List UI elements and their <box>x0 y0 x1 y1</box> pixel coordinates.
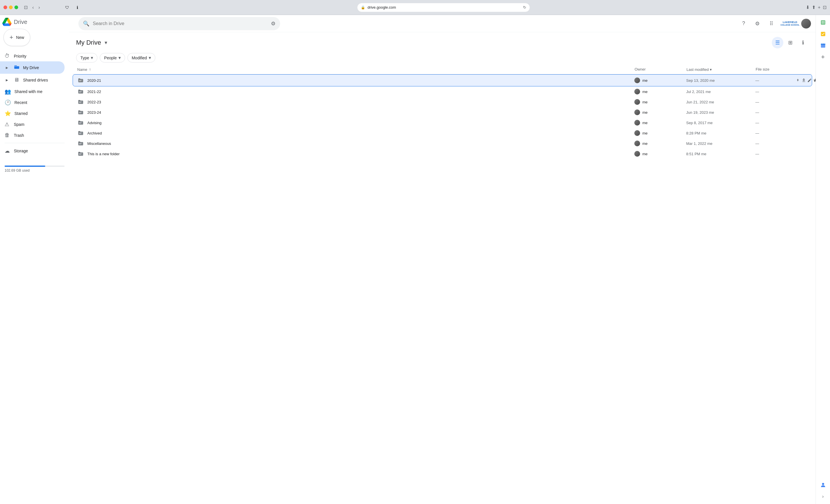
file-name-label: Archived <box>87 131 102 135</box>
sidebar-item-priority[interactable]: ⏱ Priority <box>0 51 65 61</box>
svg-rect-22 <box>79 112 81 113</box>
address-bar[interactable]: 🔒 drive.google.com ↻ <box>357 3 530 12</box>
modified-filter-chevron: ▾ <box>149 55 151 61</box>
nav-forward[interactable]: › <box>37 4 41 11</box>
sidebar-toggle[interactable]: ⊡ <box>23 3 29 11</box>
info-button[interactable]: ℹ <box>797 37 809 48</box>
name-header-label: Name <box>77 67 87 72</box>
search-icon: 🔍 <box>83 21 89 27</box>
table-row[interactable]: 2022-23 me Jun 21, 2022 me — <box>73 97 812 107</box>
folder-icon <box>77 130 84 136</box>
sidebar-item-my-drive[interactable]: ▸ My Drive <box>0 61 65 74</box>
browser-navigation: ⊡ ‹ › <box>23 3 41 11</box>
file-name-cell: Archived <box>77 130 634 136</box>
calendar-panel-icon[interactable] <box>818 40 828 51</box>
expand-panel-icon[interactable]: › <box>818 491 828 502</box>
filter-bar: Type ▾ People ▾ Modified ▾ <box>69 51 816 65</box>
settings-button[interactable]: ⚙ <box>752 18 763 29</box>
list-view-button[interactable]: ☰ <box>772 37 783 48</box>
sidebar-item-label: Shared with me <box>14 89 42 94</box>
sidebar-item-label: My Drive <box>23 65 39 70</box>
svg-point-62 <box>822 483 824 485</box>
traffic-lights <box>3 5 18 9</box>
sidebar-item-label: Trash <box>14 133 24 138</box>
owner-label: me <box>642 141 647 146</box>
search-filter-icon[interactable]: ⚙ <box>271 21 276 27</box>
table-row[interactable]: This is a new folder me 8:51 PM me — <box>73 148 812 159</box>
minimize-button[interactable] <box>9 5 13 9</box>
trash-icon: 🗑 <box>5 132 10 138</box>
apps-icon: ⠿ <box>769 21 773 27</box>
type-filter-label: Type <box>81 56 89 60</box>
svg-rect-28 <box>79 123 81 123</box>
person-panel-icon[interactable] <box>818 480 828 490</box>
table-row[interactable]: Miscellaneous me Mar 1, 2022 me — <box>73 138 812 148</box>
table-row[interactable]: 2023-24 me Jun 19, 2023 me — <box>73 107 812 117</box>
plus-icon: + <box>9 34 13 41</box>
expand-my-drive-icon: ▸ <box>5 64 9 71</box>
modified-filter-button[interactable]: Modified ▾ <box>127 53 155 63</box>
download-action-button[interactable] <box>801 76 806 85</box>
table-row[interactable]: Archived me 8:28 PM me — <box>73 128 812 138</box>
modified-column-header[interactable]: Last modified ▾ <box>687 67 756 72</box>
new-button[interactable]: + New <box>3 29 30 46</box>
owner-cell: me <box>634 89 686 95</box>
sidebar-item-recent[interactable]: 🕐 Recent <box>0 97 65 108</box>
owner-label: me <box>642 78 647 83</box>
modified-cell: 8:51 PM me <box>686 152 755 156</box>
owner-label: me <box>642 121 647 125</box>
modified-cell: 8:28 PM me <box>686 131 755 135</box>
table-row[interactable]: Advising me Sep 8, 2017 me — <box>73 117 812 128</box>
svg-rect-16 <box>79 102 81 103</box>
user-avatar[interactable] <box>801 19 811 29</box>
people-filter-button[interactable]: People ▾ <box>100 53 125 63</box>
settings-icon: ⚙ <box>755 21 760 27</box>
table-row[interactable]: 2021-22 me Jul 2, 2021 me — <box>73 87 812 97</box>
nav-back[interactable]: ‹ <box>31 4 35 11</box>
type-filter-button[interactable]: Type ▾ <box>76 53 97 63</box>
right-panel: + › <box>816 15 830 504</box>
lock-icon: 🔒 <box>361 5 365 9</box>
add-panel-icon[interactable]: + <box>818 52 828 62</box>
owner-avatar <box>634 77 640 83</box>
storage-used-label: 102.69 GB used <box>5 168 65 172</box>
new-tab-icon[interactable]: + <box>818 5 821 10</box>
browser-right-controls: ⬇ ⬆ + ⊡ <box>806 5 827 10</box>
share-action-button[interactable] <box>796 76 800 85</box>
svg-rect-52 <box>823 21 824 22</box>
file-name-label: Advising <box>87 121 101 125</box>
reload-icon[interactable]: ↻ <box>523 5 526 9</box>
sidebar-item-shared-with-me[interactable]: 👥 Shared with me <box>0 86 65 97</box>
help-button[interactable]: ? <box>738 18 749 29</box>
name-column-header[interactable]: Name ↑ <box>77 67 635 72</box>
close-button[interactable] <box>3 5 7 9</box>
owner-avatar <box>634 99 640 105</box>
fullscreen-button[interactable] <box>14 5 18 9</box>
search-bar[interactable]: 🔍 ⚙ <box>78 17 280 30</box>
table-row[interactable]: 2020-21 me Sep 13, 2020 me — <box>73 74 812 87</box>
apps-button[interactable]: ⠿ <box>765 18 777 29</box>
edit-action-button[interactable] <box>807 76 812 85</box>
profile-icon[interactable]: ⊡ <box>823 5 827 10</box>
sidebar-item-storage[interactable]: ☁ Storage <box>0 145 65 156</box>
size-cell: — <box>755 141 796 146</box>
search-input[interactable] <box>93 21 267 26</box>
sidebar-item-spam[interactable]: ⚠ Spam <box>0 119 65 130</box>
owner-cell: me <box>634 99 686 105</box>
help-icon: ? <box>742 21 745 27</box>
grid-view-button[interactable]: ⊞ <box>785 37 796 48</box>
size-column-header: File size <box>756 67 796 72</box>
sidebar-item-starred[interactable]: ⭐ Starred <box>0 108 65 119</box>
download-icon[interactable]: ⬇ <box>806 5 809 10</box>
sidebar-item-shared-drives[interactable]: ▸ 🖥 Shared drives <box>0 74 65 86</box>
file-table: Name ↑ Owner Last modified ▾ File size <box>69 65 816 504</box>
file-name-cell: 2023-24 <box>77 109 634 115</box>
starred-icon: ⭐ <box>5 110 11 116</box>
file-rows-container: 2020-21 me Sep 13, 2020 me — <box>73 74 812 159</box>
page-title-dropdown-button[interactable]: ▾ <box>103 38 108 47</box>
upload-icon[interactable]: ⬆ <box>812 5 816 10</box>
tasks-panel-icon[interactable] <box>818 29 828 39</box>
sidebar-item-trash[interactable]: 🗑 Trash <box>0 130 65 140</box>
sheets-panel-icon[interactable] <box>818 17 828 28</box>
star-action-button[interactable] <box>813 76 816 85</box>
